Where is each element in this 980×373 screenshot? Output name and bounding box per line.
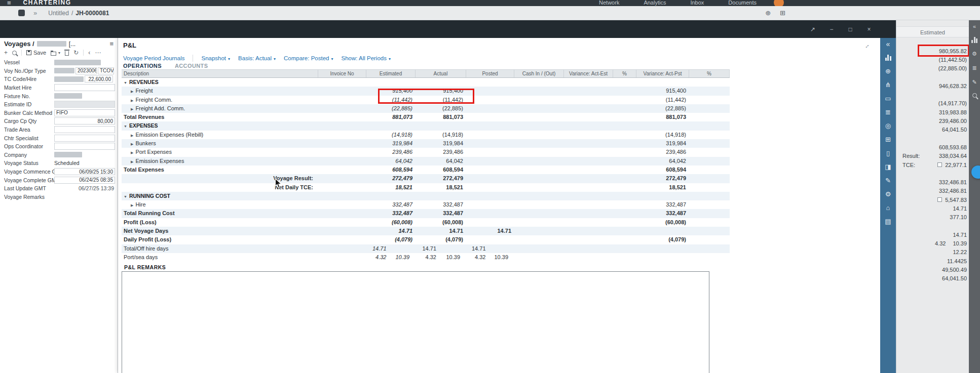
copy-icon[interactable] — [51, 52, 56, 56]
apps-grid-icon[interactable]: ⊞ — [885, 136, 891, 143]
column-header-[interactable]: % — [613, 70, 636, 77]
collapse-panel-icon[interactable]: « — [886, 40, 890, 48]
minimize-icon[interactable]: − — [828, 26, 835, 33]
breadcrumb-untitled[interactable]: Untitled — [48, 10, 69, 17]
edit-icon[interactable]: ✎ — [885, 177, 891, 184]
toolbar-show-all-periods[interactable]: Show: All Periods▾ — [341, 55, 391, 61]
remarks-textarea[interactable] — [122, 271, 709, 373]
caret-down-icon[interactable]: ▾ — [58, 51, 60, 55]
estimate-value: 12.22 — [953, 249, 967, 255]
toolbar-basis-actual[interactable]: Basis: Actual▾ — [238, 55, 276, 61]
search-icon[interactable] — [12, 51, 17, 55]
column-header-description[interactable]: Description — [122, 70, 318, 77]
field-input[interactable]: 06/09/25 15:30 — [54, 168, 115, 175]
breadcrumb-voyage-id[interactable]: JH-0000081 — [76, 10, 109, 17]
pnl-row-hire[interactable]: ▶Hire332,487332,487332,487 — [122, 200, 730, 209]
field-input[interactable] — [54, 126, 115, 133]
field-input[interactable] — [54, 84, 115, 91]
globe-icon[interactable]: ⊕ — [885, 68, 891, 74]
collapse-section-icon[interactable]: ▼ — [124, 81, 127, 85]
column-header-cash-in-out[interactable]: Cash In / (Out) — [514, 70, 564, 77]
gear-icon[interactable]: ⚙ — [972, 51, 977, 57]
expand-row-icon[interactable]: ▶ — [131, 203, 133, 207]
pnl-row-running-cost[interactable]: ▼RUNNING COST — [122, 192, 730, 200]
pnl-row-expenses[interactable]: ▼EXPENSES — [122, 121, 730, 130]
delete-icon[interactable] — [65, 51, 69, 56]
collapse-section-icon[interactable]: ▼ — [124, 125, 127, 128]
field-input-2[interactable]: TCOV — [98, 67, 114, 74]
checkbox[interactable] — [937, 197, 942, 202]
pnl-row-emission-expenses[interactable]: ▶Emission Expenses64,04264,04264,042 — [122, 157, 730, 165]
hamburger-menu-icon[interactable]: ≡ — [7, 0, 11, 6]
pnl-row-bunkers[interactable]: ▶Bunkers319,984319,984319,984 — [122, 139, 730, 148]
edit-icon[interactable]: ✎ — [972, 79, 976, 86]
toolbar-snapshot[interactable]: Snapshot▾ — [201, 55, 230, 61]
document-icon[interactable]: ▯ — [886, 150, 890, 156]
pnl-row-freight-comm[interactable]: ▶Freight Comm.(11,442)(11,442)(11,442) — [122, 96, 730, 104]
field-input[interactable]: FIFO — [54, 109, 115, 116]
add-icon[interactable]: + — [4, 49, 8, 56]
expand-row-icon[interactable]: ▶ — [131, 134, 133, 137]
save-button[interactable]: Save — [26, 50, 46, 56]
nav-item-network[interactable]: Network — [599, 0, 619, 6]
field-input[interactable] — [54, 135, 115, 142]
expand-icon[interactable]: ↕ — [864, 43, 871, 50]
popout-icon[interactable]: ↗ — [809, 26, 816, 33]
column-header-estimated[interactable]: Estimated — [366, 70, 416, 77]
collapse-section-icon[interactable]: ▼ — [124, 195, 127, 198]
hierarchy-icon[interactable]: ⋔ — [885, 81, 891, 88]
compass-icon[interactable]: ◎ — [885, 122, 891, 129]
nav-item-documents[interactable]: Documents — [728, 0, 757, 6]
column-header-actual[interactable]: Actual — [416, 70, 466, 77]
column-header-invoice-no[interactable]: Invoice No — [318, 70, 366, 77]
field-input[interactable]: 2023006 — [76, 67, 97, 74]
apps-grid-icon[interactable]: ⊞ — [780, 9, 785, 17]
nav-item-inbox[interactable]: Inbox — [690, 0, 704, 6]
pnl-row-port-expenses[interactable]: ▶Port Expenses239,486239,486239,486 — [122, 148, 730, 156]
column-header-variance-act-pst[interactable]: Variance: Act-Pst — [636, 70, 689, 77]
pnl-row-emission-expenses-rebill[interactable]: ▶Emission Expenses (Rebill)(14,918)(14,9… — [122, 131, 730, 139]
expand-row-icon[interactable]: ▶ — [131, 160, 133, 163]
toolbar-voyage-period-journals[interactable]: Voyage Period Journals — [123, 55, 184, 61]
user-avatar[interactable] — [774, 0, 784, 6]
redacted-value — [54, 68, 74, 73]
back-icon[interactable]: ‹ — [88, 49, 90, 56]
field-input[interactable] — [54, 143, 115, 150]
workspace-icon[interactable] — [18, 10, 25, 16]
column-header-[interactable]: % — [689, 70, 730, 77]
chart-icon[interactable] — [885, 55, 891, 61]
expand-row-icon[interactable]: ▶ — [131, 90, 133, 93]
search-icon[interactable] — [972, 93, 977, 98]
bank-icon[interactable]: ⌂ — [886, 204, 890, 211]
checkbox[interactable] — [937, 162, 942, 167]
nav-item-analytics[interactable]: Analytics — [644, 0, 666, 6]
field-input[interactable]: 80,000 — [54, 117, 115, 125]
column-header-posted[interactable]: Posted — [466, 70, 514, 77]
expand-row-icon[interactable]: ▶ — [131, 107, 133, 111]
collapse-panel-icon[interactable]: « — [973, 23, 976, 29]
close-icon[interactable]: × — [865, 26, 873, 33]
badge-icon[interactable]: ◨ — [885, 163, 891, 170]
list-icon[interactable]: ≣ — [972, 65, 976, 71]
expand-row-icon[interactable]: ▶ — [131, 151, 133, 154]
column-header-variance-act-est[interactable]: Variance: Act-Est — [564, 70, 613, 77]
list-icon[interactable]: ≣ — [885, 109, 891, 115]
chevron-double-right-icon[interactable]: » — [33, 9, 37, 17]
more-icon[interactable]: ⋯ — [95, 49, 101, 56]
gear-icon[interactable]: ⚙ — [885, 191, 891, 197]
field-input[interactable]: 22,600.00 — [85, 75, 113, 82]
refresh-icon[interactable]: ↻ — [73, 49, 79, 56]
cash-icon[interactable]: ▤ — [885, 218, 891, 225]
toolbar-compare-posted[interactable]: Compare: Posted▾ — [284, 55, 333, 61]
maximize-icon[interactable]: □ — [847, 26, 854, 33]
globe-icon[interactable]: ⊕ — [765, 9, 771, 17]
expand-row-icon[interactable]: ▶ — [131, 142, 133, 146]
menu-icon[interactable]: ≡ — [109, 40, 114, 48]
chart-icon[interactable] — [971, 37, 977, 43]
id-card-icon[interactable]: ▭ — [885, 95, 891, 102]
pnl-row-freight-add-comm[interactable]: ▶Freight Add. Comm.(22,885)(22,885)(22,8… — [122, 104, 730, 113]
expand-row-icon[interactable]: ▶ — [131, 99, 133, 102]
pnl-row-revenues[interactable]: ▼REVENUES — [122, 78, 730, 87]
pnl-row-freight[interactable]: ▶Freight915,400915,400915,400 — [122, 87, 730, 95]
field-input[interactable]: 06/24/25 08:35 — [54, 177, 115, 184]
